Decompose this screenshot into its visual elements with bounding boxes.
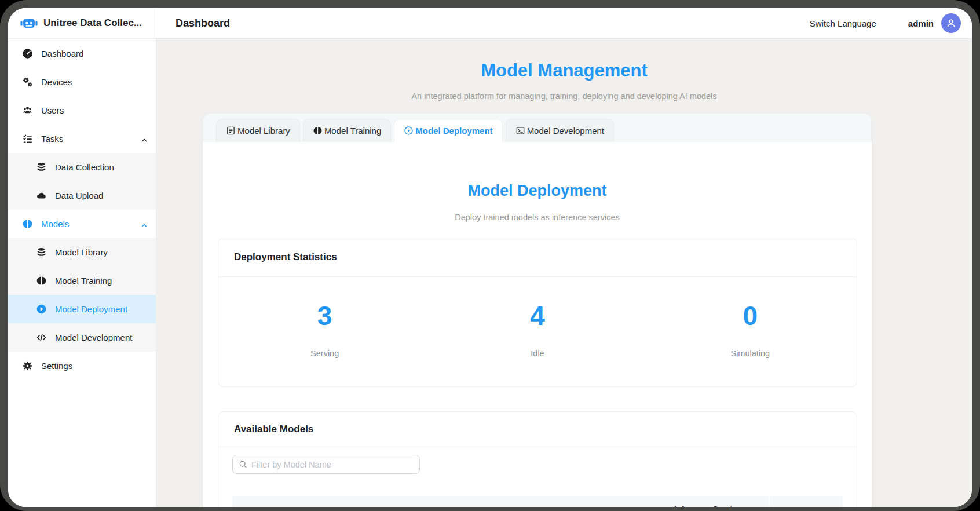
sidebar-item-label: Data Upload bbox=[55, 191, 103, 200]
gauge-icon bbox=[22, 48, 33, 59]
model-management-panel: Model Library Model Training bbox=[203, 113, 872, 507]
chevron-up-icon bbox=[141, 221, 148, 228]
sidebar-item-label: Models bbox=[41, 219, 69, 229]
stat-label: Serving bbox=[218, 349, 431, 358]
sidebar-item-label: Users bbox=[41, 105, 64, 115]
stat-label: Simulating bbox=[644, 349, 857, 358]
app-window: Unitree Data Collec... Dashboard Devices bbox=[8, 8, 972, 507]
person-icon bbox=[945, 17, 957, 30]
stat-idle: 4 Idle bbox=[431, 302, 643, 358]
stat-simulating: 0 Simulating bbox=[644, 302, 857, 358]
switch-language-button[interactable]: Switch Language bbox=[810, 19, 876, 28]
robot-logo-icon bbox=[20, 14, 38, 32]
tab-label: Model Training bbox=[324, 126, 381, 136]
sidebar-item-model-development[interactable]: Model Development bbox=[8, 323, 156, 352]
play-circle-icon bbox=[36, 304, 47, 315]
sidebar: Unitree Data Collec... Dashboard Devices bbox=[8, 8, 156, 507]
stat-label: Idle bbox=[431, 349, 643, 358]
brain-icon bbox=[313, 126, 323, 136]
model-tabs: Model Library Model Training bbox=[203, 113, 872, 142]
sidebar-item-data-collection[interactable]: Data Collection bbox=[8, 153, 156, 181]
model-management-title: Model Management bbox=[156, 39, 972, 81]
checklist-icon bbox=[22, 133, 33, 144]
stat-value: 3 bbox=[218, 302, 431, 329]
play-circle-icon bbox=[404, 126, 414, 136]
stat-value: 0 bbox=[644, 302, 857, 329]
users-icon bbox=[22, 105, 33, 116]
page-title: Dashboard bbox=[175, 17, 230, 30]
stat-value: 4 bbox=[431, 302, 643, 329]
chevron-up-icon bbox=[141, 136, 148, 143]
inference-service-column-header: Inference Service bbox=[674, 505, 741, 507]
sidebar-item-label: Model Training bbox=[55, 276, 112, 286]
model-filter-field[interactable] bbox=[232, 455, 420, 474]
brain-icon bbox=[22, 218, 33, 229]
sidebar-item-label: Settings bbox=[41, 361, 72, 371]
model-management-subtitle: An integrated platform for managing, tra… bbox=[156, 90, 972, 102]
user-avatar[interactable] bbox=[941, 13, 961, 33]
library-icon bbox=[226, 126, 236, 136]
sidebar-menu: Dashboard Devices Users bbox=[8, 39, 156, 380]
tab-model-training[interactable]: Model Training bbox=[303, 119, 391, 142]
sidebar-item-model-library[interactable]: Model Library bbox=[8, 238, 156, 267]
code-icon bbox=[36, 332, 47, 343]
gear-icon bbox=[22, 360, 33, 371]
tab-label: Model Library bbox=[237, 126, 290, 136]
app-logo: Unitree Data Collec... bbox=[8, 8, 156, 39]
tab-label: Model Deployment bbox=[415, 126, 492, 136]
deployment-statistics-title: Deployment Statistics bbox=[218, 238, 857, 277]
brain-icon bbox=[36, 275, 47, 286]
sidebar-item-label: Model Library bbox=[55, 247, 108, 257]
app-title: Unitree Data Collec... bbox=[43, 17, 151, 29]
tab-model-library[interactable]: Model Library bbox=[216, 119, 300, 142]
main-content: Model Management An integrated platform … bbox=[156, 39, 972, 507]
sidebar-item-models[interactable]: Models bbox=[8, 210, 156, 238]
gears-icon bbox=[22, 76, 33, 87]
sidebar-item-devices[interactable]: Devices bbox=[8, 68, 156, 96]
sidebar-item-users[interactable]: Users bbox=[8, 96, 156, 125]
model-filter-input[interactable] bbox=[251, 460, 414, 469]
sidebar-item-label: Dashboard bbox=[41, 49, 83, 59]
deployment-statistics-card: Deployment Statistics 3 Serving 4 Idle bbox=[218, 238, 857, 387]
cloud-icon bbox=[36, 190, 47, 201]
sidebar-item-model-training[interactable]: Model Training bbox=[8, 267, 156, 295]
tab-model-deployment[interactable]: Model Deployment bbox=[394, 119, 502, 142]
sidebar-item-settings[interactable]: Settings bbox=[8, 352, 156, 380]
tab-label: Model Development bbox=[527, 126, 604, 136]
top-header: Dashboard Switch Language admin bbox=[156, 8, 972, 39]
model-deployment-heading: Model Deployment bbox=[203, 181, 872, 200]
available-models-card: Available Models Inference Service bbox=[218, 411, 857, 507]
sidebar-item-label: Devices bbox=[41, 77, 72, 87]
terminal-icon bbox=[515, 126, 525, 136]
stat-serving: 3 Serving bbox=[218, 302, 431, 358]
search-icon bbox=[239, 460, 247, 469]
table-header-cell bbox=[770, 496, 843, 507]
username[interactable]: admin bbox=[908, 19, 934, 28]
available-models-title: Available Models bbox=[218, 412, 857, 447]
database-icon bbox=[36, 247, 47, 258]
sidebar-item-model-deployment[interactable]: Model Deployment bbox=[8, 295, 156, 323]
model-deployment-subtitle: Deploy trained models as inference servi… bbox=[203, 211, 872, 223]
sidebar-item-label: Model Deployment bbox=[55, 304, 127, 314]
sidebar-item-label: Tasks bbox=[41, 134, 63, 144]
models-table-header-row: Inference Service bbox=[232, 496, 843, 507]
sidebar-item-tasks[interactable]: Tasks bbox=[8, 125, 156, 153]
sidebar-item-data-upload[interactable]: Data Upload bbox=[8, 181, 156, 210]
window-frame: Unitree Data Collec... Dashboard Devices bbox=[0, 0, 980, 511]
database-icon bbox=[36, 162, 47, 173]
sidebar-item-dashboard[interactable]: Dashboard bbox=[8, 39, 156, 68]
sidebar-item-label: Data Collection bbox=[55, 162, 114, 172]
tab-model-development[interactable]: Model Development bbox=[506, 119, 614, 142]
sidebar-item-label: Model Development bbox=[55, 333, 132, 342]
